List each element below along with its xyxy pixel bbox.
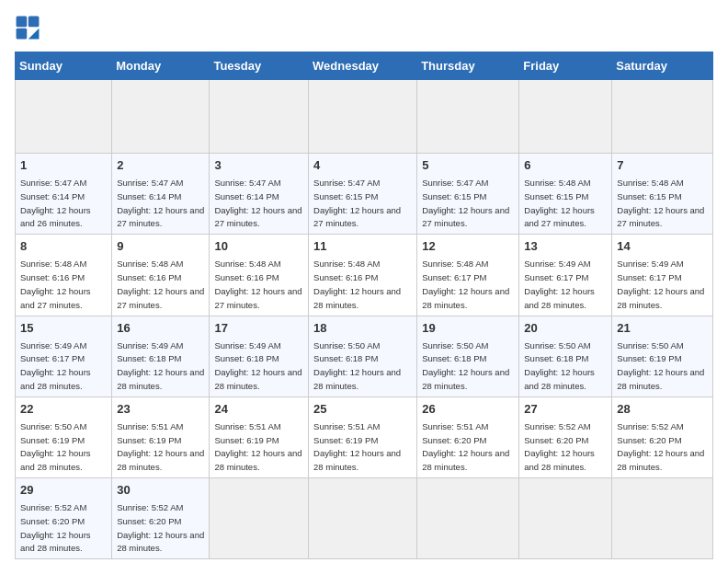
day-info: Sunrise: 5:50 AMSunset: 6:19 PMDaylight:…: [617, 340, 704, 391]
calendar-day-cell: 4 Sunrise: 5:47 AMSunset: 6:15 PMDayligh…: [309, 154, 417, 235]
calendar-day-cell: 28 Sunrise: 5:52 AMSunset: 6:20 PMDaylig…: [612, 396, 713, 477]
day-info: Sunrise: 5:49 AMSunset: 6:17 PMDaylight:…: [617, 259, 704, 309]
calendar-day-cell: 24 Sunrise: 5:51 AMSunset: 6:19 PMDaylig…: [210, 396, 309, 477]
day-info: Sunrise: 5:51 AMSunset: 6:19 PMDaylight:…: [214, 421, 301, 472]
calendar-day-cell: [309, 478, 417, 559]
day-info: Sunrise: 5:52 AMSunset: 6:20 PMDaylight:…: [617, 421, 704, 472]
day-info: Sunrise: 5:49 AMSunset: 6:17 PMDaylight:…: [20, 340, 91, 391]
calendar-day-cell: [210, 80, 309, 154]
logo: [15, 15, 44, 40]
day-of-week-header-saturday: Saturday: [612, 52, 713, 80]
calendar-day-cell: 6 Sunrise: 5:48 AMSunset: 6:15 PMDayligh…: [519, 154, 612, 235]
calendar-week-row: 22 Sunrise: 5:50 AMSunset: 6:19 PMDaylig…: [16, 396, 713, 477]
day-of-week-header-tuesday: Tuesday: [210, 52, 309, 80]
day-number: 12: [422, 238, 514, 255]
day-of-week-header-friday: Friday: [519, 52, 612, 80]
day-info: Sunrise: 5:52 AMSunset: 6:20 PMDaylight:…: [20, 502, 91, 553]
calendar-day-cell: [417, 80, 519, 154]
calendar-day-cell: 30 Sunrise: 5:52 AMSunset: 6:20 PMDaylig…: [112, 478, 210, 559]
day-number: 8: [20, 238, 107, 255]
day-number: 6: [524, 157, 607, 174]
calendar-day-cell: 15 Sunrise: 5:49 AMSunset: 6:17 PMDaylig…: [16, 316, 112, 396]
day-of-week-header-wednesday: Wednesday: [309, 52, 417, 80]
day-number: 21: [617, 320, 708, 337]
day-info: Sunrise: 5:49 AMSunset: 6:18 PMDaylight:…: [117, 340, 204, 391]
day-number: 30: [117, 482, 204, 499]
svg-rect-2: [17, 29, 28, 40]
calendar-table: SundayMondayTuesdayWednesdayThursdayFrid…: [15, 52, 713, 559]
calendar-day-cell: 19 Sunrise: 5:50 AMSunset: 6:18 PMDaylig…: [417, 316, 519, 396]
day-number: 2: [117, 157, 204, 174]
day-number: 27: [524, 401, 607, 418]
day-number: 3: [214, 157, 303, 174]
calendar-week-row: 15 Sunrise: 5:49 AMSunset: 6:17 PMDaylig…: [16, 316, 713, 396]
calendar-day-cell: 9 Sunrise: 5:48 AMSunset: 6:16 PMDayligh…: [112, 235, 210, 316]
calendar-day-cell: [112, 80, 210, 154]
day-number: 14: [617, 238, 708, 255]
calendar-day-cell: 1 Sunrise: 5:47 AMSunset: 6:14 PMDayligh…: [16, 154, 112, 235]
day-number: 28: [617, 401, 708, 418]
day-info: Sunrise: 5:48 AMSunset: 6:16 PMDaylight:…: [313, 259, 401, 309]
calendar-day-cell: 7 Sunrise: 5:48 AMSunset: 6:15 PMDayligh…: [612, 154, 713, 235]
day-number: 16: [117, 320, 204, 337]
calendar-header-row: SundayMondayTuesdayWednesdayThursdayFrid…: [16, 52, 713, 80]
calendar-day-cell: 25 Sunrise: 5:51 AMSunset: 6:19 PMDaylig…: [309, 396, 417, 477]
day-number: 26: [422, 401, 514, 418]
page-header: [15, 15, 713, 40]
day-number: 25: [313, 401, 412, 418]
calendar-day-cell: 10 Sunrise: 5:48 AMSunset: 6:16 PMDaylig…: [210, 235, 309, 316]
calendar-day-cell: 11 Sunrise: 5:48 AMSunset: 6:16 PMDaylig…: [309, 235, 417, 316]
day-info: Sunrise: 5:48 AMSunset: 6:16 PMDaylight:…: [117, 259, 204, 309]
svg-marker-3: [28, 29, 40, 40]
day-info: Sunrise: 5:52 AMSunset: 6:20 PMDaylight:…: [117, 502, 204, 553]
day-of-week-header-monday: Monday: [112, 52, 210, 80]
day-info: Sunrise: 5:48 AMSunset: 6:15 PMDaylight:…: [617, 178, 704, 228]
day-of-week-header-thursday: Thursday: [417, 52, 519, 80]
calendar-day-cell: [612, 80, 713, 154]
calendar-day-cell: [519, 478, 612, 559]
day-info: Sunrise: 5:47 AMSunset: 6:14 PMDaylight:…: [117, 178, 204, 228]
day-info: Sunrise: 5:51 AMSunset: 6:19 PMDaylight:…: [313, 421, 401, 472]
day-number: 15: [20, 320, 107, 337]
calendar-week-row: 8 Sunrise: 5:48 AMSunset: 6:16 PMDayligh…: [16, 235, 713, 316]
day-info: Sunrise: 5:50 AMSunset: 6:18 PMDaylight:…: [313, 340, 401, 391]
day-number: 5: [422, 157, 514, 174]
calendar-day-cell: 3 Sunrise: 5:47 AMSunset: 6:14 PMDayligh…: [210, 154, 309, 235]
calendar-day-cell: 8 Sunrise: 5:48 AMSunset: 6:16 PMDayligh…: [16, 235, 112, 316]
day-info: Sunrise: 5:48 AMSunset: 6:16 PMDaylight:…: [214, 259, 301, 309]
calendar-day-cell: 5 Sunrise: 5:47 AMSunset: 6:15 PMDayligh…: [417, 154, 519, 235]
calendar-day-cell: 18 Sunrise: 5:50 AMSunset: 6:18 PMDaylig…: [309, 316, 417, 396]
day-info: Sunrise: 5:50 AMSunset: 6:18 PMDaylight:…: [422, 340, 509, 391]
day-number: 24: [214, 401, 303, 418]
day-info: Sunrise: 5:48 AMSunset: 6:16 PMDaylight:…: [20, 259, 91, 309]
day-info: Sunrise: 5:48 AMSunset: 6:17 PMDaylight:…: [422, 259, 509, 309]
day-info: Sunrise: 5:49 AMSunset: 6:18 PMDaylight:…: [214, 340, 301, 391]
calendar-day-cell: 22 Sunrise: 5:50 AMSunset: 6:19 PMDaylig…: [16, 396, 112, 477]
day-info: Sunrise: 5:47 AMSunset: 6:15 PMDaylight:…: [313, 178, 401, 228]
calendar-day-cell: 27 Sunrise: 5:52 AMSunset: 6:20 PMDaylig…: [519, 396, 612, 477]
day-number: 23: [117, 401, 204, 418]
calendar-day-cell: 12 Sunrise: 5:48 AMSunset: 6:17 PMDaylig…: [417, 235, 519, 316]
day-info: Sunrise: 5:47 AMSunset: 6:14 PMDaylight:…: [20, 178, 91, 228]
day-number: 29: [20, 482, 107, 499]
logo-icon: [15, 15, 40, 40]
calendar-week-row: 29 Sunrise: 5:52 AMSunset: 6:20 PMDaylig…: [16, 478, 713, 559]
calendar-day-cell: 14 Sunrise: 5:49 AMSunset: 6:17 PMDaylig…: [612, 235, 713, 316]
day-number: 13: [524, 238, 607, 255]
day-info: Sunrise: 5:48 AMSunset: 6:15 PMDaylight:…: [524, 178, 595, 228]
day-number: 19: [422, 320, 514, 337]
day-number: 4: [313, 157, 412, 174]
day-number: 17: [214, 320, 303, 337]
calendar-day-cell: 20 Sunrise: 5:50 AMSunset: 6:18 PMDaylig…: [519, 316, 612, 396]
calendar-day-cell: 23 Sunrise: 5:51 AMSunset: 6:19 PMDaylig…: [112, 396, 210, 477]
day-info: Sunrise: 5:51 AMSunset: 6:19 PMDaylight:…: [117, 421, 204, 472]
calendar-day-cell: 2 Sunrise: 5:47 AMSunset: 6:14 PMDayligh…: [112, 154, 210, 235]
day-number: 7: [617, 157, 708, 174]
calendar-week-row: [16, 80, 713, 154]
calendar-day-cell: [16, 80, 112, 154]
day-info: Sunrise: 5:52 AMSunset: 6:20 PMDaylight:…: [524, 421, 595, 472]
day-number: 10: [214, 238, 303, 255]
day-number: 1: [20, 157, 107, 174]
day-info: Sunrise: 5:47 AMSunset: 6:15 PMDaylight:…: [422, 178, 509, 228]
svg-rect-1: [28, 17, 40, 28]
